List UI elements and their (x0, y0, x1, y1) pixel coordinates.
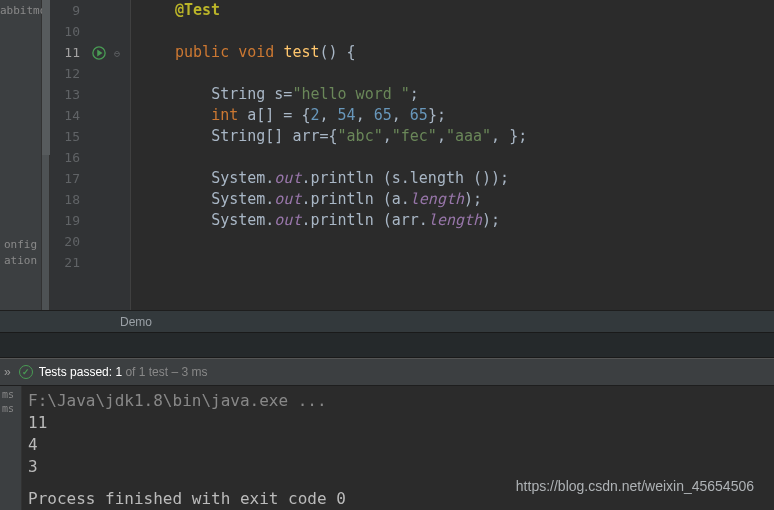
line-number[interactable]: 20 (50, 231, 90, 252)
line-number[interactable]: 15 (50, 126, 90, 147)
console-line: 11 (28, 412, 774, 434)
line-number[interactable]: 9 (50, 0, 90, 21)
line-number[interactable]: 18 (50, 189, 90, 210)
breadcrumb-bar: Demo (0, 310, 774, 332)
fold-icon[interactable]: ⊖ (114, 48, 120, 59)
line-number[interactable]: 14 (50, 105, 90, 126)
expand-icon[interactable]: » (4, 365, 11, 379)
watermark: https://blog.csdn.net/weixin_45654506 (516, 478, 754, 494)
line-numbers: 9 10 11 12 13 14 15 16 17 18 19 20 21 (50, 0, 90, 310)
test-results-bar: » ✓ Tests passed: 1 of 1 test – 3 ms (0, 358, 774, 386)
panel-divider[interactable] (0, 332, 774, 358)
console-gutter-label: ms (0, 388, 21, 402)
project-sidebar[interactable]: abbitmq onfig ation (0, 0, 42, 310)
console-command: F:\Java\jdk1.8\bin\java.exe ... (28, 390, 774, 412)
editor-top-area: abbitmq onfig ation 9 10 11 12 13 14 15 … (0, 0, 774, 310)
annotation: @Test (175, 1, 220, 19)
code-editor[interactable]: 9 10 11 12 13 14 15 16 17 18 19 20 21 ⊖ (42, 0, 774, 310)
tests-time: – 3 ms (171, 365, 207, 379)
line-number[interactable]: 10 (50, 21, 90, 42)
breadcrumb-item[interactable]: Demo (120, 315, 152, 329)
gutter-icons: ⊖ (90, 0, 130, 310)
svg-marker-1 (97, 50, 102, 57)
sidebar-label: abbitmq (0, 4, 46, 17)
tests-total: of 1 test (125, 365, 168, 379)
line-number[interactable]: 19 (50, 210, 90, 231)
tests-passed-count: 1 (115, 365, 122, 379)
line-number[interactable]: 13 (50, 84, 90, 105)
console-gutter: ms ms (0, 386, 22, 510)
line-number[interactable]: 21 (50, 252, 90, 273)
line-number[interactable]: 16 (50, 147, 90, 168)
console-line: 3 (28, 456, 774, 478)
line-number[interactable]: 17 (50, 168, 90, 189)
run-test-icon[interactable] (92, 46, 106, 60)
sidebar-label: ation (4, 254, 37, 267)
line-number[interactable]: 11 (50, 42, 90, 63)
console-gutter-label: ms (0, 402, 21, 416)
change-marker (42, 0, 50, 155)
line-number[interactable]: 12 (50, 63, 90, 84)
code-content[interactable]: @Test public void test() { String s="hel… (131, 0, 774, 310)
tests-passed-label: Tests passed: (39, 365, 112, 379)
change-marker-strip (42, 0, 50, 310)
test-pass-icon[interactable]: ✓ (19, 365, 33, 379)
console-line: 4 (28, 434, 774, 456)
sidebar-label: onfig (4, 238, 37, 251)
gutter: 9 10 11 12 13 14 15 16 17 18 19 20 21 ⊖ (42, 0, 131, 310)
